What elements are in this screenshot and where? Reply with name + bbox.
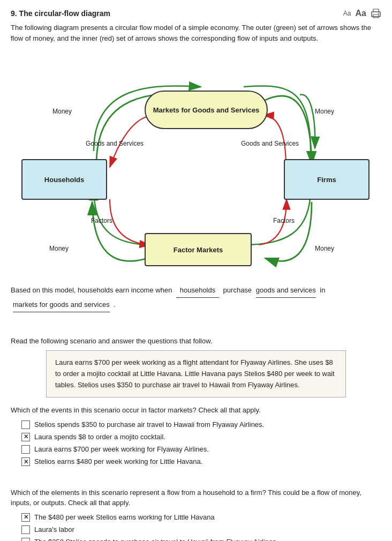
q2-checkbox-2[interactable] [21, 525, 30, 534]
q2-option-3[interactable]: The $350 Stelios spends to purchase air … [21, 537, 381, 541]
q2-option-1[interactable]: The $480 per week Stelios earns working … [21, 513, 381, 522]
question2-text: Which of the elements in this scenario r… [11, 487, 381, 508]
blank1: households [176, 283, 219, 298]
aa-large[interactable]: Aa [356, 9, 366, 18]
fill-blank-word2: purchase [223, 286, 252, 294]
q1-checkbox-4[interactable] [21, 457, 30, 466]
factors-left: Factors [91, 217, 112, 224]
question1-options: Stelios spends $350 to purchase air trav… [21, 420, 381, 467]
goods-services-left: Goods and Services [86, 140, 144, 147]
question-title: 9. The circular-flow diagram [11, 9, 110, 18]
q1-checkbox-3[interactable] [21, 445, 30, 454]
aa-small[interactable]: Aa [343, 10, 351, 17]
description-text: The following diagram presents a circula… [11, 22, 381, 43]
svg-rect-1 [373, 14, 379, 18]
q2-checkbox-3[interactable] [21, 538, 30, 541]
q2-checkbox-1[interactable] [21, 513, 30, 522]
scenario-text: Laura earns $700 per week working as a f… [55, 357, 337, 390]
scenario-box: Laura earns $700 per week working as a f… [46, 350, 346, 397]
money-label-bottom-right: Money [315, 245, 334, 252]
money-label-top-left: Money [52, 108, 72, 115]
money-label-bottom-left: Money [49, 245, 69, 252]
q1-option-2-text: Laura spends $8 to order a mojito cockta… [34, 432, 165, 442]
font-controls: Aa Aa [343, 9, 381, 18]
q2-option-3-text: The $350 Stelios spends to purchase air … [34, 537, 276, 541]
fill-blank-word3: in [320, 286, 325, 294]
circular-flow-diagram: Markets for Goods and Services Factor Ma… [11, 52, 381, 277]
svg-point-2 [378, 13, 379, 14]
question1-text: Which of the events in this scenario occ… [11, 405, 381, 416]
fill-blank-suffix: . [114, 300, 116, 309]
read-scenario-instruction: Read the following scenario and answer t… [11, 337, 381, 345]
q1-option-4-text: Stelios earns $480 per week working for … [34, 457, 202, 467]
blank2: goods and services [256, 283, 316, 298]
markets-box: Markets for Goods and Services [145, 91, 268, 129]
q1-option-1-text: Stelios spends $350 to purchase air trav… [34, 420, 264, 430]
fill-blank-section: Based on this model, households earn inc… [11, 283, 381, 312]
q2-option-2[interactable]: Laura's labor [21, 525, 381, 535]
q1-option-2[interactable]: Laura spends $8 to order a mojito cockta… [21, 432, 381, 442]
firms-box: Firms [284, 159, 370, 200]
q2-option-2-text: Laura's labor [34, 525, 74, 535]
q1-checkbox-2[interactable] [21, 433, 30, 441]
header-row: 9. The circular-flow diagram Aa Aa [11, 9, 381, 18]
factors-right: Factors [273, 217, 295, 224]
question2-options: The $480 per week Stelios earns working … [21, 513, 381, 541]
q1-option-1[interactable]: Stelios spends $350 to purchase air trav… [21, 420, 381, 430]
q1-option-4[interactable]: Stelios earns $480 per week working for … [21, 457, 381, 467]
fill-blank-prefix: Based on this model, households earn inc… [11, 286, 172, 294]
print-icon[interactable] [371, 9, 381, 18]
money-label-top-right: Money [315, 108, 334, 115]
q2-option-1-text: The $480 per week Stelios earns working … [34, 513, 215, 522]
goods-services-right: Goods and Services [241, 140, 299, 147]
q1-option-3[interactable]: Laura earns $700 per week working for Fl… [21, 445, 381, 454]
q1-option-3-text: Laura earns $700 per week working for Fl… [34, 445, 209, 454]
blank3: markets for goods and services [13, 298, 110, 312]
factor-markets-box: Factor Markets [145, 233, 252, 266]
q1-checkbox-1[interactable] [21, 420, 30, 429]
households-box: Households [21, 159, 107, 200]
